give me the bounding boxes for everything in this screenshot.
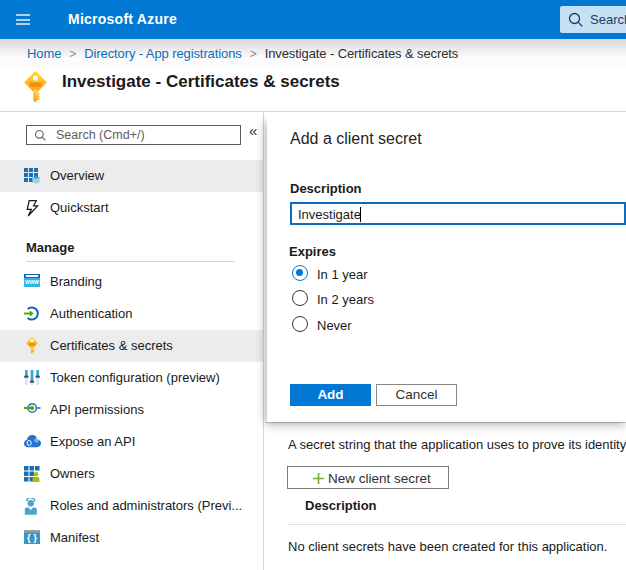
svg-text:{ }: { }	[27, 532, 37, 543]
svg-text:WWW: WWW	[25, 279, 39, 285]
